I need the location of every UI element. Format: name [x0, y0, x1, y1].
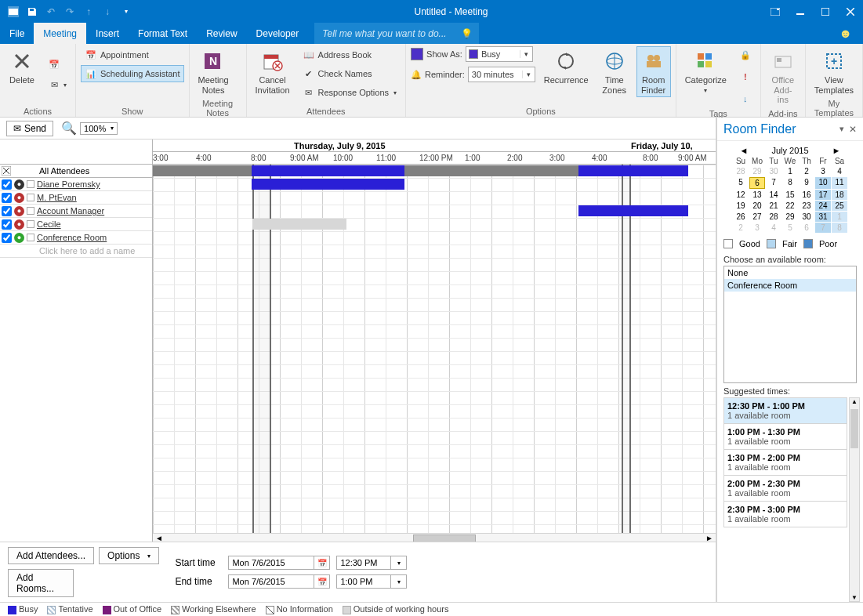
horizontal-scrollbar[interactable]: ◄ ► — [153, 533, 716, 542]
calendar-picker-icon[interactable]: 📅 — [314, 556, 330, 570]
suggested-time-item[interactable]: 2:00 PM - 2:30 PM1 available room — [723, 475, 847, 501]
start-time-input[interactable] — [336, 556, 391, 570]
tab-insert[interactable]: Insert — [86, 23, 129, 44]
low-importance-button[interactable]: ↓ — [735, 90, 756, 107]
calendar-day[interactable]: 19 — [733, 201, 749, 211]
calendar-day[interactable]: 18 — [832, 190, 847, 200]
room-item[interactable]: None — [724, 266, 856, 279]
close-pane-icon[interactable]: ✕ — [849, 124, 857, 135]
close-icon[interactable] — [838, 0, 863, 23]
end-time-input[interactable] — [336, 574, 391, 589]
end-date-input[interactable] — [228, 574, 314, 589]
calendar-day[interactable]: 8 — [832, 223, 847, 233]
start-time-picker[interactable]: ▾ — [336, 556, 407, 570]
end-time-picker[interactable]: ▾ — [336, 574, 407, 589]
qat-more-icon[interactable]: ▾ — [118, 3, 135, 20]
calendar-grid[interactable]: SuMoTuWeThFrSa28293012345678910111213141… — [723, 157, 857, 233]
calendar-day[interactable]: 17 — [815, 190, 831, 200]
attendee-row[interactable]: ● Account Manager — [0, 205, 152, 218]
calendar-day[interactable]: 6 — [749, 177, 765, 189]
calendar-day[interactable]: 16 — [799, 190, 814, 200]
calendar-day[interactable]: 30 — [766, 166, 781, 176]
suggested-list[interactable]: 12:30 PM - 1:00 PM1 available room1:00 P… — [723, 397, 847, 602]
minimize-icon[interactable] — [788, 0, 813, 23]
calendar-day[interactable]: 12 — [733, 190, 749, 200]
calendar-day[interactable]: 2 — [733, 223, 749, 233]
suggested-time-item[interactable]: 1:00 PM - 1:30 PM1 available room — [723, 423, 847, 449]
feedback-icon[interactable]: ☻ — [828, 23, 863, 44]
suggested-scrollbar[interactable]: ▲ ▼ — [849, 397, 860, 602]
calendar-day[interactable]: 23 — [799, 201, 814, 211]
reminder-combo[interactable]: 30 minutes ▾ — [468, 67, 535, 82]
room-finder-button[interactable]: Room Finder — [636, 46, 671, 97]
tab-meeting[interactable]: Meeting — [34, 23, 86, 44]
tab-file[interactable]: File — [0, 23, 34, 44]
calendar-day[interactable]: 13 — [749, 190, 765, 200]
maximize-icon[interactable] — [813, 0, 838, 23]
scroll-thumb[interactable] — [413, 534, 476, 542]
calendar-day[interactable]: 1 — [832, 212, 847, 222]
private-button[interactable]: 🔒 — [735, 46, 756, 63]
prev-icon[interactable]: ↑ — [80, 3, 97, 20]
response-options-button[interactable]: ✉Response Options▾ — [299, 84, 401, 101]
chevron-down-icon[interactable]: ▾ — [391, 556, 407, 570]
calendar-day[interactable]: 3 — [749, 223, 765, 233]
tell-me-search[interactable]: Tell me what you want to do... 💡 — [314, 23, 479, 44]
scheduling-assistant-button[interactable]: 📊Scheduling Assistant — [81, 65, 184, 82]
show-as-combo[interactable]: Busy ▾ — [466, 46, 533, 62]
next-icon[interactable]: ↓ — [99, 3, 116, 20]
attendee-checkbox[interactable] — [2, 219, 12, 230]
calendar-day[interactable]: 7 — [815, 223, 831, 233]
calendar-day[interactable]: 1 — [782, 166, 798, 176]
office-addins-button[interactable]: Office Add-ins — [766, 46, 800, 107]
tab-format-text[interactable]: Format Text — [129, 23, 197, 44]
undo-icon[interactable]: ↶ — [42, 3, 60, 20]
calendar-day[interactable]: 7 — [766, 177, 781, 189]
calendar-day[interactable]: 25 — [832, 201, 847, 211]
view-templates-button[interactable]: + View Templates — [810, 46, 858, 97]
calendar-day[interactable]: 6 — [799, 223, 814, 233]
attendee-checkbox[interactable] — [2, 193, 12, 203]
calendar-day[interactable]: 29 — [782, 212, 798, 222]
prev-month-icon[interactable]: ◄ — [740, 146, 749, 155]
address-book-button[interactable]: 📖Address Book — [299, 46, 401, 63]
meeting-notes-button[interactable]: N Meeting Notes — [194, 46, 233, 97]
calendar-day[interactable]: 5 — [733, 177, 749, 189]
options-button[interactable]: Options▾ — [99, 547, 159, 564]
redo-icon[interactable]: ↷ — [61, 3, 78, 20]
attendee-row[interactable]: ● Cecile — [0, 218, 152, 231]
high-importance-button[interactable]: ! — [735, 68, 756, 85]
calendar-day[interactable]: 14 — [766, 190, 781, 200]
app-icon[interactable] — [5, 3, 22, 20]
calendar-day[interactable]: 27 — [749, 212, 765, 222]
suggested-time-item[interactable]: 2:30 PM - 3:00 PM1 available room — [723, 501, 847, 527]
calendar-day[interactable]: 20 — [749, 201, 765, 211]
suggested-time-item[interactable]: 1:30 PM - 2:00 PM1 available room — [723, 449, 847, 475]
appointment-button[interactable]: 📅Appointment — [81, 46, 184, 63]
attendee-checkbox[interactable] — [2, 179, 12, 190]
calendar-day[interactable]: 4 — [832, 166, 847, 176]
check-names-button[interactable]: ✔Check Names — [299, 65, 401, 82]
attendee-row[interactable]: ● M. PtEvan — [0, 191, 152, 205]
next-month-icon[interactable]: ► — [832, 146, 841, 155]
save-icon[interactable] — [24, 3, 41, 20]
pin-icon[interactable]: ▾ — [839, 124, 844, 134]
calendar-day[interactable]: 8 — [782, 177, 798, 189]
timeline-grid[interactable]: Thursday, July 9, 2015 Friday, July 10, … — [153, 140, 716, 542]
calendar-day[interactable]: 24 — [815, 201, 831, 211]
suggested-time-item[interactable]: 12:30 PM - 1:00 PM1 available room — [723, 397, 847, 423]
add-attendee-row[interactable]: Click here to add a name — [0, 245, 152, 258]
calendar-day[interactable]: 3 — [815, 166, 831, 176]
send-button[interactable]: ✉Send — [6, 121, 53, 136]
scroll-thumb[interactable] — [850, 409, 858, 448]
add-rooms-button[interactable]: Add Rooms... — [8, 569, 74, 597]
copy-to-calendar-button[interactable]: 📅 — [44, 56, 71, 73]
calendar-day[interactable]: 5 — [782, 223, 798, 233]
room-item[interactable]: Conference Room — [724, 279, 856, 292]
calendar-day[interactable]: 31 — [815, 212, 831, 222]
tab-review[interactable]: Review — [197, 23, 246, 44]
zoom-combo[interactable]: 100%▾ — [80, 122, 118, 135]
scroll-left-icon[interactable]: ◄ — [153, 534, 165, 542]
attendee-checkbox[interactable] — [2, 206, 12, 216]
room-list[interactable]: NoneConference Room — [723, 266, 857, 383]
